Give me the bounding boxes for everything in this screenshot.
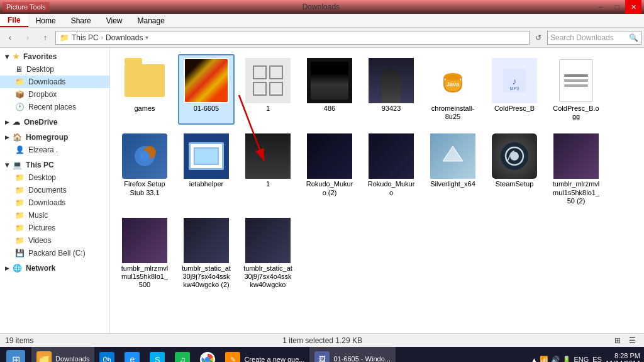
- 93423-label: 93423: [382, 105, 401, 113]
- sidebar-item-elzeara[interactable]: 👤 Elzeara .: [0, 144, 109, 156]
- svg-text:Java: Java: [447, 81, 460, 88]
- time-block[interactable]: 8:28 PM 11/14/2014: [606, 352, 640, 362]
- file-item-rokudo[interactable]: Rokudo_Mukuro: [363, 130, 419, 209]
- file-item-486[interactable]: 486: [301, 54, 358, 125]
- maximize-button[interactable]: □: [609, 0, 625, 14]
- address-downloads[interactable]: Downloads: [106, 33, 143, 42]
- search-placeholder: Search Downloads: [550, 33, 626, 42]
- onedrive-section: ▸ ☁ OneDrive: [0, 116, 109, 128]
- minimize-button[interactable]: ─: [592, 0, 609, 14]
- elzeara-label: Elzeara .: [28, 145, 58, 154]
- games-label: games: [134, 105, 155, 113]
- sidebar: ▾ ★ Favorites 🖥 Desktop 📁 Downloads 📦 Dr…: [0, 48, 110, 333]
- taskbar-item-chrome[interactable]: [195, 347, 220, 362]
- file-item-tumblr1[interactable]: tumblr_mlrzmvlmul1s5hk8lo1_50 (2): [548, 130, 604, 209]
- chevron-down-icon2: ▾: [5, 161, 9, 169]
- taskbar-item-downloads[interactable]: 📁 Downloads: [31, 347, 94, 362]
- dark-thumb-486: [307, 58, 352, 103]
- tab-view[interactable]: View: [99, 14, 130, 27]
- sidebar-item-pictures[interactable]: 📁 Pictures: [0, 222, 109, 234]
- sidebar-item-pc-downloads[interactable]: 📁 Downloads: [0, 196, 109, 209]
- file-item-ietab[interactable]: ietabhelper: [178, 130, 235, 209]
- taskbar-item-ie[interactable]: e: [119, 347, 145, 362]
- ogg-thumb: [553, 58, 599, 103]
- start-button[interactable]: ⊞: [0, 347, 31, 362]
- tab-manage[interactable]: Manage: [130, 14, 172, 27]
- grid-image: [245, 58, 291, 103]
- sidebar-item-videos[interactable]: 📁 Videos: [0, 234, 109, 247]
- address-this-pc[interactable]: This PC: [72, 33, 99, 42]
- sidebar-homegroup-header[interactable]: ▸ 🏠 Homegroup: [0, 131, 109, 144]
- tumblr2-label: tumblr_mlrzmvlmul1s5hk8lo1_500: [120, 264, 169, 290]
- sidebar-onedrive-header[interactable]: ▸ ☁ OneDrive: [0, 116, 109, 128]
- pc-downloads-label: Downloads: [28, 198, 65, 207]
- sidebar-item-dropbox[interactable]: 📦 Dropbox: [0, 88, 109, 101]
- taskbar-photo-icon: 🖼: [314, 351, 330, 362]
- sidebar-item-recent[interactable]: 🕐 Recent places: [0, 101, 109, 113]
- file-item-chrome[interactable]: Java chromeinstall-8u25: [425, 54, 481, 125]
- file-item-rokudo2[interactable]: Rokudo_Mukuro (2): [301, 130, 358, 209]
- file-item-firefox[interactable]: Firefox Setup Stub 33.1: [116, 130, 173, 209]
- sidebar-thispc-header[interactable]: ▾ 💻 This PC: [0, 159, 109, 171]
- mp3-label: ColdPresc_B: [494, 105, 535, 113]
- sidebar-item-music[interactable]: 📁 Music: [0, 209, 109, 222]
- taskbar-item-store[interactable]: 🛍: [94, 347, 119, 362]
- tab-home[interactable]: Home: [28, 14, 64, 27]
- file-item-silverlight[interactable]: Silverlight_x64: [425, 130, 481, 209]
- svg-rect-4: [253, 82, 266, 95]
- tray-right: ENG ES 8:28 PM 11/14/2014: [574, 352, 640, 362]
- file-item-static1[interactable]: tumblr_static_at30j9j7sx4o4sskkw40wgcko …: [178, 214, 235, 293]
- silverlight-label: Silverlight_x64: [430, 180, 475, 188]
- file-item-steam[interactable]: SteamSetup: [486, 130, 543, 209]
- back-button[interactable]: ‹: [3, 30, 18, 45]
- anime2-image: [245, 133, 291, 179]
- up-button[interactable]: ↑: [38, 30, 53, 45]
- taskbar-store-icon: 🛍: [99, 352, 114, 362]
- close-button[interactable]: ✕: [625, 0, 641, 14]
- taskbar-item-create[interactable]: ✎ Create a new que...: [220, 347, 309, 362]
- tumblr2-thumb: [122, 218, 167, 263]
- steam-image: [492, 133, 537, 179]
- static1-image: [184, 218, 229, 263]
- ietab-image: [184, 133, 229, 179]
- taskbar-spotify-icon: ♫: [175, 352, 190, 362]
- picture-tools-tab[interactable]: Picture Tools: [3, 2, 50, 12]
- sidebar-network-header[interactable]: ▸ 🌐 Network: [0, 262, 109, 274]
- file-item-static2[interactable]: tumblr_static_at30j9j7sx4o4sskkw40wgcko: [240, 214, 296, 293]
- search-bar[interactable]: Search Downloads 🔍: [547, 31, 641, 45]
- large-icons-view-button[interactable]: ⊞: [611, 335, 624, 346]
- file-item-tumblr2[interactable]: tumblr_mlrzmvlmul1s5hk8lo1_500: [116, 214, 173, 293]
- file-item-games[interactable]: games: [116, 54, 173, 125]
- sidebar-item-pc-desktop[interactable]: 📁 Desktop: [0, 171, 109, 184]
- file-item-mp3[interactable]: ♪ MP3 ColdPresc_B: [486, 54, 543, 125]
- sidebar-item-downloads[interactable]: 📁 Downloads: [0, 76, 109, 88]
- file-item-93423[interactable]: 93423: [363, 54, 419, 125]
- sidebar-item-desktop[interactable]: 🖥 Desktop: [0, 63, 109, 76]
- tab-file[interactable]: File: [0, 14, 28, 27]
- refresh-button[interactable]: ↺: [532, 31, 545, 45]
- file-item-ogg[interactable]: ColdPresc_B.ogg: [548, 54, 604, 125]
- tray-arrow[interactable]: ▲: [531, 356, 538, 363]
- file-item-1a[interactable]: 1: [240, 54, 296, 125]
- tab-share[interactable]: Share: [64, 14, 99, 27]
- search-icon[interactable]: 🔍: [629, 33, 638, 42]
- taskbar-item-skype[interactable]: S: [145, 347, 170, 362]
- taskbar-item-photo[interactable]: 🖼 01-6605 - Windo...: [309, 347, 396, 362]
- file-item-01-6605[interactable]: 01-6605: [178, 54, 235, 125]
- taskbar-ie-icon: e: [125, 352, 140, 362]
- address-bar[interactable]: 📁 This PC › Downloads ▾: [55, 31, 530, 45]
- sidebar-item-drive-c[interactable]: 💾 Packard Bell (C:): [0, 247, 109, 259]
- file-grid-wrapper: games 01-6605: [116, 54, 638, 293]
- sidebar-favorites-header[interactable]: ▾ ★ Favorites: [0, 50, 109, 63]
- grid-thumb: [245, 58, 291, 103]
- taskbar-item-spotify[interactable]: ♫: [170, 347, 195, 362]
- flower-image: [184, 58, 229, 103]
- videos-label: Videos: [28, 236, 51, 245]
- file-item-1b[interactable]: 1: [240, 130, 296, 209]
- list-view-button[interactable]: ☰: [626, 335, 639, 346]
- battery-tray-icon: 🔋: [562, 356, 571, 363]
- lang-indicator[interactable]: ENG: [574, 356, 589, 362]
- sidebar-item-documents[interactable]: 📁 Documents: [0, 184, 109, 196]
- region-indicator[interactable]: ES: [592, 356, 602, 362]
- forward-button[interactable]: ›: [20, 30, 35, 45]
